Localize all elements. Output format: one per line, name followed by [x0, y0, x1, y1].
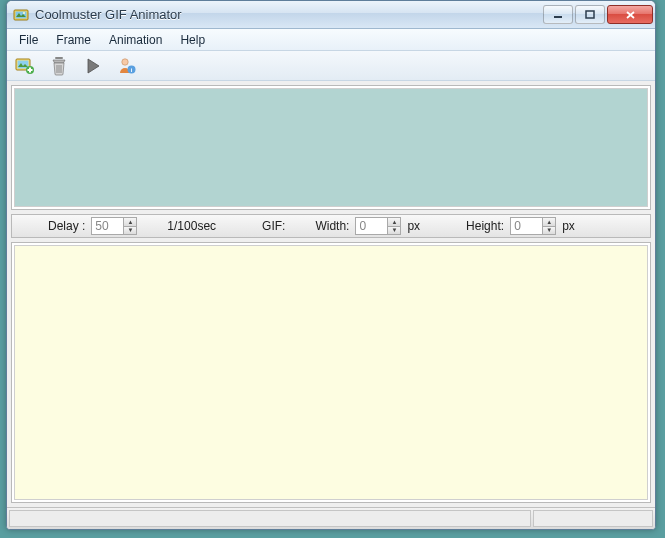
window-title: Coolmuster GIF Animator — [35, 7, 543, 22]
width-input[interactable] — [355, 217, 387, 235]
svg-marker-18 — [88, 59, 99, 73]
add-image-button[interactable] — [13, 54, 37, 78]
delay-down-button[interactable]: ▼ — [123, 226, 137, 236]
menubar: File Frame Animation Help — [7, 29, 655, 51]
width-field: ▲ ▼ — [355, 217, 401, 235]
add-image-icon — [15, 56, 35, 76]
app-window: Coolmuster GIF Animator File Frame Anima… — [6, 0, 656, 530]
play-button[interactable] — [81, 54, 105, 78]
frames-panel-inner — [14, 88, 648, 207]
app-icon — [13, 7, 29, 23]
delay-field: ▲ ▼ — [91, 217, 137, 235]
svg-point-19 — [122, 58, 128, 64]
svg-rect-13 — [28, 69, 33, 71]
params-bar: Delay : ▲ ▼ 1/100sec GIF: Width: ▲ ▼ — [11, 214, 651, 238]
height-spinner: ▲ ▼ — [542, 217, 556, 235]
close-icon — [625, 10, 636, 20]
status-aux — [533, 510, 653, 527]
svg-point-3 — [23, 12, 25, 14]
about-button[interactable]: i — [115, 54, 139, 78]
width-unit-label: px — [407, 219, 420, 233]
height-field: ▲ ▼ — [510, 217, 556, 235]
window-controls — [543, 5, 653, 24]
svg-rect-14 — [55, 57, 63, 59]
person-icon: i — [117, 56, 137, 76]
height-up-button[interactable]: ▲ — [542, 217, 556, 226]
delay-up-button[interactable]: ▲ — [123, 217, 137, 226]
height-unit-label: px — [562, 219, 575, 233]
height-input[interactable] — [510, 217, 542, 235]
svg-rect-9 — [18, 60, 29, 68]
play-icon — [84, 57, 102, 75]
statusbar — [7, 507, 655, 529]
titlebar[interactable]: Coolmuster GIF Animator — [7, 1, 655, 29]
body-area: Delay : ▲ ▼ 1/100sec GIF: Width: ▲ ▼ — [7, 81, 655, 507]
delay-spinner: ▲ ▼ — [123, 217, 137, 235]
width-label: Width: — [315, 219, 349, 233]
preview-panel-inner — [14, 245, 648, 500]
maximize-button[interactable] — [575, 5, 605, 24]
svg-rect-4 — [554, 16, 562, 18]
preview-panel[interactable] — [11, 242, 651, 503]
svg-rect-5 — [586, 11, 594, 18]
delay-label: Delay : — [48, 219, 85, 233]
delete-button[interactable] — [47, 54, 71, 78]
delay-unit-label: 1/100sec — [167, 219, 216, 233]
toolbar: i — [7, 51, 655, 81]
minimize-button[interactable] — [543, 5, 573, 24]
status-main — [9, 510, 531, 527]
menu-frame[interactable]: Frame — [48, 31, 99, 49]
width-down-button[interactable]: ▼ — [387, 226, 401, 236]
gif-label: GIF: — [262, 219, 285, 233]
menu-animation[interactable]: Animation — [101, 31, 170, 49]
delay-input[interactable] — [91, 217, 123, 235]
trash-icon — [50, 56, 68, 76]
close-button[interactable] — [607, 5, 653, 24]
width-up-button[interactable]: ▲ — [387, 217, 401, 226]
frames-panel[interactable] — [11, 85, 651, 210]
minimize-icon — [553, 10, 563, 20]
maximize-icon — [585, 10, 595, 20]
width-spinner: ▲ ▼ — [387, 217, 401, 235]
menu-help[interactable]: Help — [172, 31, 213, 49]
menu-file[interactable]: File — [11, 31, 46, 49]
height-label: Height: — [466, 219, 504, 233]
height-down-button[interactable]: ▼ — [542, 226, 556, 236]
